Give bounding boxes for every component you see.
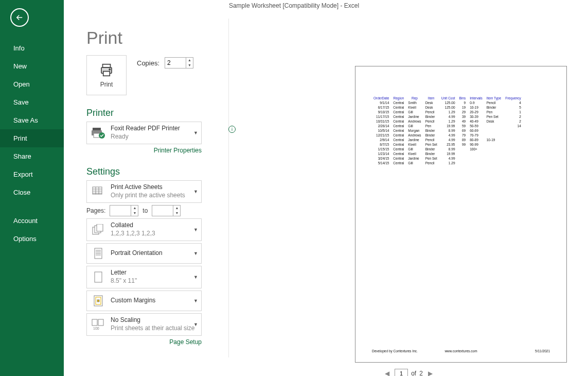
pages-from-input[interactable] [110, 206, 131, 216]
svg-rect-18 [98, 319, 103, 326]
page-setup-link[interactable]: Page Setup [169, 338, 202, 346]
print-button[interactable]: Print [86, 55, 127, 95]
settings-section-title: Settings [86, 166, 228, 177]
sidebar-item-options[interactable]: Options [0, 230, 64, 248]
preview-page: OrderDateRegionRepItemUnit CostBinsInter… [355, 66, 567, 363]
collation-label: Collated [111, 221, 198, 230]
prev-page-button[interactable]: ◀ [383, 370, 391, 376]
scaling-icon: 100 [91, 318, 105, 331]
next-page-button[interactable]: ▶ [426, 370, 435, 376]
print-what-desc: Only print the active sheets [111, 192, 198, 200]
margins-label: Custom Margins [111, 297, 198, 305]
spinner-up-icon[interactable]: ▲ [173, 206, 180, 211]
pages-label: Pages: [86, 207, 105, 214]
portrait-icon [93, 247, 104, 260]
footer-right: 5/11/2021 [535, 349, 550, 353]
sheets-icon [92, 186, 105, 197]
sidebar-item-save-as[interactable]: Save As [0, 111, 64, 129]
svg-point-3 [109, 69, 110, 70]
print-what-dropdown[interactable]: Print Active Sheets Only print the activ… [86, 180, 202, 203]
sidebar-item-export[interactable]: Export [0, 165, 64, 183]
print-settings-panel: Print Print Copies: ▲▼ i Printer Foxi [64, 11, 228, 376]
of-label: of [411, 370, 416, 376]
pages-to-input[interactable] [152, 206, 173, 216]
sidebar-item-open[interactable]: Open [0, 75, 64, 93]
svg-rect-0 [103, 64, 111, 67]
printer-ready-icon [91, 127, 106, 139]
collated-icon [92, 224, 105, 235]
spinner-down-icon[interactable]: ▼ [173, 211, 180, 216]
current-page-input[interactable] [395, 369, 408, 376]
sidebar-item-share[interactable]: Share [0, 147, 64, 165]
sidebar-item-print[interactable]: Print [0, 129, 64, 147]
scaling-desc: Print sheets at their actual size [111, 324, 198, 333]
copies-spinner[interactable]: ▲▼ [165, 57, 193, 69]
page-icon [93, 271, 103, 283]
svg-rect-11 [97, 224, 103, 231]
collation-desc: 1,2,3 1,2,3 1,2,3 [111, 230, 198, 238]
svg-rect-4 [93, 128, 101, 130]
printer-name: Foxit Reader PDF Printer [111, 125, 198, 133]
printer-status: Ready [111, 133, 198, 141]
spinner-down-icon[interactable]: ▼ [131, 211, 138, 216]
arrow-left-icon [15, 13, 24, 22]
margins-icon [93, 295, 104, 307]
chevron-down-icon: ▼ [193, 275, 198, 280]
backstage-sidebar: InfoNewOpenSaveSave AsPrintShareExportCl… [0, 0, 64, 376]
print-preview-area: OrderDateRegionRepItemUnit CostBinsInter… [229, 11, 588, 376]
paper-size-dropdown[interactable]: Letter 8.5" x 11" ▼ [86, 266, 202, 288]
chevron-down-icon: ▼ [193, 130, 198, 135]
spinner-up-icon[interactable]: ▲ [131, 206, 138, 211]
pages-from-spinner[interactable]: ▲▼ [110, 205, 138, 216]
preview-footer: Developed by Contextures Inc. www.contex… [372, 349, 550, 353]
chevron-down-icon: ▼ [193, 298, 198, 303]
printer-properties-link[interactable]: Printer Properties [154, 147, 202, 154]
chevron-down-icon: ▼ [193, 227, 198, 232]
paper-size-desc: 8.5" x 11" [111, 277, 198, 285]
pages-to-spinner[interactable]: ▲▼ [152, 205, 181, 216]
copies-input[interactable] [165, 58, 186, 68]
margins-dropdown[interactable]: Custom Margins ▼ [86, 290, 202, 311]
pages-to-label: to [142, 207, 148, 214]
svg-rect-17 [92, 319, 97, 326]
sidebar-item-info[interactable]: Info [0, 39, 64, 57]
back-button[interactable] [10, 8, 29, 27]
page-title: Print [86, 28, 228, 48]
orientation-label: Portrait Orientation [111, 249, 198, 258]
printer-dropdown[interactable]: Foxit Reader PDF Printer Ready ▼ [86, 122, 202, 144]
paper-size-label: Letter [111, 269, 198, 277]
sidebar-item-new[interactable]: New [0, 57, 64, 75]
spinner-down-icon[interactable]: ▼ [186, 63, 193, 68]
spinner-up-icon[interactable]: ▲ [186, 58, 193, 63]
printer-icon [98, 62, 115, 78]
svg-rect-16 [97, 300, 99, 302]
orientation-dropdown[interactable]: Portrait Orientation ▼ [86, 243, 202, 264]
chevron-down-icon: ▼ [193, 322, 198, 327]
printer-section-title: Printer [86, 108, 228, 118]
page-navigator: ◀ of 2 ▶ [229, 369, 588, 376]
sidebar-item-account[interactable]: Account [0, 212, 64, 230]
footer-left: Developed by Contextures Inc. [372, 349, 418, 353]
print-what-label: Print Active Sheets [111, 183, 198, 192]
print-button-label: Print [100, 81, 113, 88]
preview-data-table: OrderDateRegionRepItemUnit CostBinsInter… [371, 95, 524, 166]
copies-label: Copies: [137, 59, 159, 67]
svg-rect-13 [95, 272, 102, 282]
collation-dropdown[interactable]: Collated 1,2,3 1,2,3 1,2,3 ▼ [86, 218, 202, 241]
chevron-down-icon: ▼ [193, 189, 198, 194]
scaling-label: No Scaling [111, 316, 198, 324]
svg-rect-2 [103, 72, 110, 76]
sidebar-item-save[interactable]: Save [0, 93, 64, 111]
sidebar-item-close[interactable]: Close [0, 183, 64, 201]
total-pages: 2 [419, 370, 423, 376]
svg-text:100: 100 [93, 327, 99, 330]
app-title-bar: Sample Worksheet [Compatibility Mode] - … [0, 0, 588, 11]
footer-center: www.contextures.com [444, 349, 477, 353]
scaling-dropdown[interactable]: 100 No Scaling Print sheets at their act… [86, 313, 202, 336]
chevron-down-icon: ▼ [193, 251, 198, 256]
